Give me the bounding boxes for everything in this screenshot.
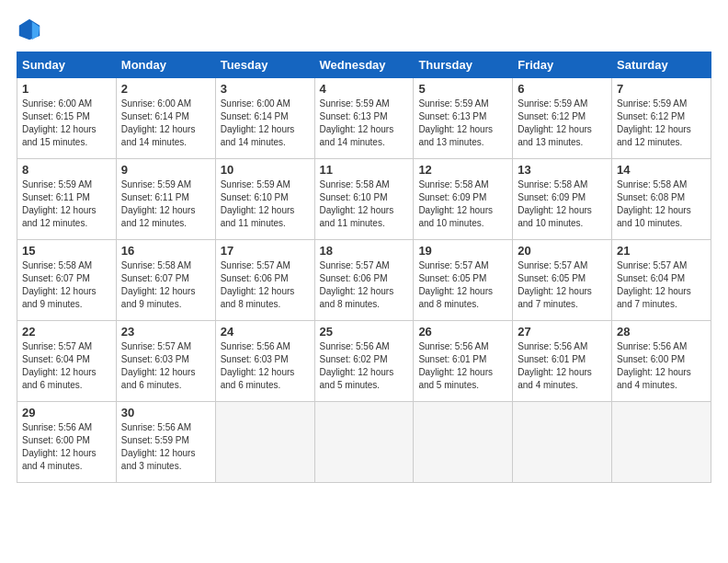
table-row bbox=[414, 402, 513, 483]
logo-icon bbox=[17, 17, 42, 42]
day-number: 30 bbox=[121, 406, 210, 419]
day-number: 29 bbox=[22, 406, 111, 419]
cell-info: Sunrise: 5:59 AM Sunset: 6:12 PM Dayligh… bbox=[518, 98, 607, 149]
cell-info: Sunrise: 5:56 AM Sunset: 6:00 PM Dayligh… bbox=[22, 421, 111, 473]
table-row: 12Sunrise: 5:58 AM Sunset: 6:09 PM Dayli… bbox=[414, 159, 513, 240]
cell-info: Sunrise: 5:59 AM Sunset: 6:13 PM Dayligh… bbox=[320, 98, 409, 149]
table-row: 15Sunrise: 5:58 AM Sunset: 6:07 PM Dayli… bbox=[17, 240, 117, 321]
table-row: 4Sunrise: 5:59 AM Sunset: 6:13 PM Daylig… bbox=[314, 78, 414, 159]
table-row: 20Sunrise: 5:57 AM Sunset: 6:05 PM Dayli… bbox=[513, 240, 612, 321]
table-row bbox=[612, 402, 711, 483]
table-row: 13Sunrise: 5:58 AM Sunset: 6:09 PM Dayli… bbox=[513, 159, 612, 240]
table-row bbox=[215, 402, 314, 483]
col-sunday: Sunday bbox=[17, 52, 117, 78]
day-number: 17 bbox=[221, 244, 310, 258]
cell-info: Sunrise: 5:58 AM Sunset: 6:07 PM Dayligh… bbox=[22, 259, 111, 311]
page: Sunday Monday Tuesday Wednesday Thursday… bbox=[0, 0, 728, 563]
day-number: 26 bbox=[418, 325, 507, 339]
day-number: 2 bbox=[121, 82, 210, 96]
cell-info: Sunrise: 5:59 AM Sunset: 6:10 PM Dayligh… bbox=[221, 178, 310, 230]
cell-info: Sunrise: 5:56 AM Sunset: 6:01 PM Dayligh… bbox=[518, 340, 607, 392]
table-row: 10Sunrise: 5:59 AM Sunset: 6:10 PM Dayli… bbox=[215, 159, 314, 240]
cell-info: Sunrise: 6:00 AM Sunset: 6:14 PM Dayligh… bbox=[221, 98, 310, 149]
day-number: 22 bbox=[22, 325, 111, 339]
table-row: 2Sunrise: 6:00 AM Sunset: 6:14 PM Daylig… bbox=[116, 78, 215, 159]
table-row: 9Sunrise: 5:59 AM Sunset: 6:11 PM Daylig… bbox=[116, 159, 215, 240]
day-number: 23 bbox=[121, 325, 210, 339]
day-number: 25 bbox=[320, 325, 409, 339]
calendar-week-row: 15Sunrise: 5:58 AM Sunset: 6:07 PM Dayli… bbox=[17, 240, 711, 321]
table-row: 1Sunrise: 6:00 AM Sunset: 6:15 PM Daylig… bbox=[17, 78, 117, 159]
cell-info: Sunrise: 5:57 AM Sunset: 6:03 PM Dayligh… bbox=[121, 340, 210, 392]
col-saturday: Saturday bbox=[612, 52, 711, 78]
table-row: 17Sunrise: 5:57 AM Sunset: 6:06 PM Dayli… bbox=[215, 240, 314, 321]
day-number: 9 bbox=[121, 163, 210, 177]
cell-info: Sunrise: 5:59 AM Sunset: 6:12 PM Dayligh… bbox=[617, 98, 706, 149]
table-row: 22Sunrise: 5:57 AM Sunset: 6:04 PM Dayli… bbox=[17, 321, 117, 402]
cell-info: Sunrise: 5:58 AM Sunset: 6:08 PM Dayligh… bbox=[617, 178, 706, 230]
day-number: 5 bbox=[418, 82, 507, 96]
table-row: 23Sunrise: 5:57 AM Sunset: 6:03 PM Dayli… bbox=[116, 321, 215, 402]
day-number: 24 bbox=[221, 325, 310, 339]
calendar-week-row: 8Sunrise: 5:59 AM Sunset: 6:11 PM Daylig… bbox=[17, 159, 711, 240]
cell-info: Sunrise: 5:57 AM Sunset: 6:04 PM Dayligh… bbox=[617, 259, 706, 311]
col-wednesday: Wednesday bbox=[314, 52, 414, 78]
day-number: 7 bbox=[617, 82, 706, 96]
calendar-week-row: 1Sunrise: 6:00 AM Sunset: 6:15 PM Daylig… bbox=[17, 78, 711, 159]
cell-info: Sunrise: 5:56 AM Sunset: 6:01 PM Dayligh… bbox=[418, 340, 507, 392]
day-number: 14 bbox=[617, 163, 706, 177]
day-number: 12 bbox=[418, 163, 507, 177]
cell-info: Sunrise: 5:56 AM Sunset: 5:59 PM Dayligh… bbox=[121, 421, 210, 473]
table-row: 8Sunrise: 5:59 AM Sunset: 6:11 PM Daylig… bbox=[17, 159, 117, 240]
logo bbox=[17, 17, 46, 42]
cell-info: Sunrise: 5:58 AM Sunset: 6:09 PM Dayligh… bbox=[418, 178, 507, 230]
table-row: 5Sunrise: 5:59 AM Sunset: 6:13 PM Daylig… bbox=[414, 78, 513, 159]
table-row: 27Sunrise: 5:56 AM Sunset: 6:01 PM Dayli… bbox=[513, 321, 612, 402]
table-row: 11Sunrise: 5:58 AM Sunset: 6:10 PM Dayli… bbox=[314, 159, 414, 240]
cell-info: Sunrise: 5:56 AM Sunset: 6:02 PM Dayligh… bbox=[320, 340, 409, 392]
cell-info: Sunrise: 6:00 AM Sunset: 6:14 PM Dayligh… bbox=[121, 98, 210, 149]
table-row: 7Sunrise: 5:59 AM Sunset: 6:12 PM Daylig… bbox=[612, 78, 711, 159]
svg-marker-1 bbox=[32, 22, 40, 40]
table-row: 3Sunrise: 6:00 AM Sunset: 6:14 PM Daylig… bbox=[215, 78, 314, 159]
table-row bbox=[314, 402, 414, 483]
table-row: 14Sunrise: 5:58 AM Sunset: 6:08 PM Dayli… bbox=[612, 159, 711, 240]
day-number: 27 bbox=[518, 325, 607, 339]
table-row: 19Sunrise: 5:57 AM Sunset: 6:05 PM Dayli… bbox=[414, 240, 513, 321]
col-monday: Monday bbox=[116, 52, 215, 78]
cell-info: Sunrise: 5:56 AM Sunset: 6:03 PM Dayligh… bbox=[221, 340, 310, 392]
day-number: 19 bbox=[418, 244, 507, 258]
day-number: 11 bbox=[320, 163, 409, 177]
cell-info: Sunrise: 6:00 AM Sunset: 6:15 PM Dayligh… bbox=[22, 98, 111, 149]
calendar-week-row: 22Sunrise: 5:57 AM Sunset: 6:04 PM Dayli… bbox=[17, 321, 711, 402]
table-row: 28Sunrise: 5:56 AM Sunset: 6:00 PM Dayli… bbox=[612, 321, 711, 402]
day-number: 3 bbox=[221, 82, 310, 96]
day-number: 15 bbox=[22, 244, 111, 258]
table-row: 6Sunrise: 5:59 AM Sunset: 6:12 PM Daylig… bbox=[513, 78, 612, 159]
table-row: 29Sunrise: 5:56 AM Sunset: 6:00 PM Dayli… bbox=[17, 402, 117, 483]
table-row bbox=[513, 402, 612, 483]
cell-info: Sunrise: 5:59 AM Sunset: 6:13 PM Dayligh… bbox=[418, 98, 507, 149]
day-number: 1 bbox=[22, 82, 111, 96]
col-tuesday: Tuesday bbox=[215, 52, 314, 78]
table-row: 16Sunrise: 5:58 AM Sunset: 6:07 PM Dayli… bbox=[116, 240, 215, 321]
cell-info: Sunrise: 5:59 AM Sunset: 6:11 PM Dayligh… bbox=[121, 178, 210, 230]
table-row: 18Sunrise: 5:57 AM Sunset: 6:06 PM Dayli… bbox=[314, 240, 414, 321]
cell-info: Sunrise: 5:57 AM Sunset: 6:06 PM Dayligh… bbox=[320, 259, 409, 311]
day-number: 20 bbox=[518, 244, 607, 258]
day-number: 28 bbox=[617, 325, 706, 339]
table-row: 30Sunrise: 5:56 AM Sunset: 5:59 PM Dayli… bbox=[116, 402, 215, 483]
day-number: 10 bbox=[221, 163, 310, 177]
col-friday: Friday bbox=[513, 52, 612, 78]
day-number: 18 bbox=[320, 244, 409, 258]
col-thursday: Thursday bbox=[414, 52, 513, 78]
day-number: 13 bbox=[518, 163, 607, 177]
cell-info: Sunrise: 5:58 AM Sunset: 6:10 PM Dayligh… bbox=[320, 178, 409, 230]
day-number: 8 bbox=[22, 163, 111, 177]
table-row: 25Sunrise: 5:56 AM Sunset: 6:02 PM Dayli… bbox=[314, 321, 414, 402]
day-number: 16 bbox=[121, 244, 210, 258]
cell-info: Sunrise: 5:57 AM Sunset: 6:04 PM Dayligh… bbox=[22, 340, 111, 392]
calendar-header-row: Sunday Monday Tuesday Wednesday Thursday… bbox=[17, 52, 711, 78]
cell-info: Sunrise: 5:56 AM Sunset: 6:00 PM Dayligh… bbox=[617, 340, 706, 392]
day-number: 21 bbox=[617, 244, 706, 258]
